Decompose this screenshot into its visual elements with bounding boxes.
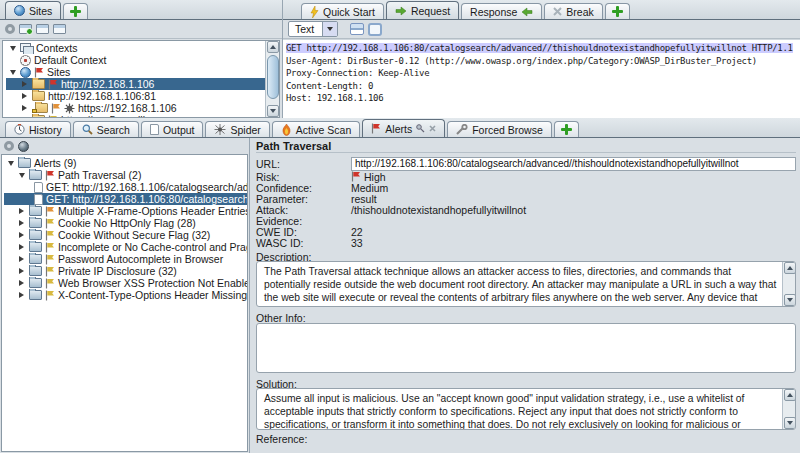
- sites-toolbar: [0, 20, 282, 39]
- alert-item-autocomplete[interactable]: Password Autocomplete in Browser: [4, 253, 247, 265]
- import-context-icon[interactable]: [36, 24, 49, 34]
- alert-instance-1[interactable]: GET: http://192.168.1.106/catalogsearch/…: [4, 181, 247, 193]
- globe-icon: [14, 5, 25, 16]
- scroll-up-button[interactable]: [267, 41, 279, 53]
- alert-item-private-ip[interactable]: Private IP Disclosure (32): [4, 265, 247, 277]
- tab-sites[interactable]: Sites: [5, 1, 61, 19]
- tab-quick-start[interactable]: Quick Start: [301, 3, 384, 19]
- alert-item-xss-protection[interactable]: Web Browser XSS Protection Not Enabled (…: [4, 277, 247, 289]
- description-scrollbar[interactable]: [782, 262, 795, 306]
- alert-instance-2-selected[interactable]: GET: http://192.168.1.106:80/catalogsear…: [4, 193, 247, 205]
- request-line-highlighted: GET http://192.168.1.106:80/catalogsearc…: [286, 43, 793, 53]
- cwe-row: CWE ID: 22: [256, 226, 796, 237]
- scope-target-icon[interactable]: [5, 24, 15, 34]
- scroll-up-button[interactable]: [784, 262, 796, 274]
- tab-alerts[interactable]: Alerts: [362, 119, 445, 137]
- tree-item-site-106[interactable]: http://192.168.1.106: [6, 78, 279, 90]
- description-box[interactable]: The Path Traversal attack technique allo…: [256, 261, 796, 307]
- alert-item-httponly[interactable]: Cookie No HttpOnly Flag (28): [4, 217, 247, 229]
- add-panel-tab-button[interactable]: [605, 3, 630, 19]
- tab-response[interactable]: Response: [461, 3, 542, 19]
- expander-icon[interactable]: [8, 70, 17, 75]
- solution-box[interactable]: Assume all input is malicious. Use an "a…: [256, 388, 796, 430]
- wasc-value: 33: [351, 237, 363, 249]
- reference-label: Reference:: [256, 433, 796, 443]
- request-line: Content-Length: 0: [286, 80, 800, 93]
- view-dropdown[interactable]: Text: [288, 21, 338, 37]
- expander-icon[interactable]: [20, 93, 29, 99]
- alerts-content: Alerts (9) Path Traversal (2) GET: http:…: [0, 138, 800, 453]
- solution-scrollbar[interactable]: [782, 389, 795, 429]
- tree-item-label: Sites: [47, 66, 70, 78]
- tab-search[interactable]: Search: [73, 121, 139, 137]
- contexts-icon: [20, 43, 33, 54]
- url-field[interactable]: [351, 157, 796, 171]
- sites-tree: Contexts Default Context Sites: [2, 40, 280, 118]
- tree-item-site-106-81[interactable]: http://192.168.1.106:81: [6, 90, 279, 102]
- split-view-icon[interactable]: [368, 23, 382, 36]
- tree-item-sites-root[interactable]: Sites: [6, 66, 279, 78]
- scroll-up-button[interactable]: [784, 389, 796, 401]
- solution-label: Solution:: [256, 378, 796, 388]
- expander-icon[interactable]: [8, 46, 17, 51]
- request-text-area[interactable]: GET http://192.168.1.106:80/catalogsearc…: [283, 39, 800, 118]
- tab-forced-browse[interactable]: Forced Browse: [447, 121, 552, 137]
- pin-icon[interactable]: [416, 124, 425, 133]
- yellow-flag-icon: [45, 266, 55, 277]
- alerts-root-item[interactable]: Alerts (9): [4, 157, 247, 169]
- add-panel-tab-button[interactable]: [554, 121, 579, 137]
- alert-detail-panel: Path Traversal URL: Risk: High Confidenc…: [250, 138, 800, 453]
- scroll-down-button[interactable]: [784, 294, 796, 306]
- bottom-section: History Search Output Spider Active Scan…: [0, 118, 800, 453]
- tab-output[interactable]: Output: [141, 121, 204, 137]
- expander-icon[interactable]: [20, 81, 29, 87]
- tab-break[interactable]: Break: [544, 3, 602, 19]
- alert-item-cache-control[interactable]: Incomplete or No Cache-control and Pragm…: [4, 241, 247, 253]
- export-context-icon[interactable]: [53, 24, 66, 34]
- tree-item-label: Password Autocomplete in Browser: [58, 253, 223, 265]
- alert-item-content-type[interactable]: X-Content-Type-Options Header Missing (2…: [4, 289, 247, 301]
- search-icon: [82, 124, 93, 135]
- scroll-down-button[interactable]: [267, 105, 279, 117]
- plus-icon: [561, 124, 572, 135]
- add-panel-tab-button[interactable]: [63, 3, 88, 19]
- new-context-icon[interactable]: [19, 24, 32, 34]
- expander-icon[interactable]: [20, 117, 29, 118]
- other-info-box[interactable]: [256, 323, 796, 373]
- expander-icon[interactable]: [20, 105, 29, 111]
- edit-alert-icon[interactable]: [18, 141, 29, 152]
- tree-item-contexts[interactable]: Contexts: [6, 42, 279, 54]
- scroll-down-button[interactable]: [784, 417, 796, 429]
- tree-item-site-mozilla[interactable]: https://aus5.mozilla.org: [6, 114, 279, 118]
- request-line: Host: 192.168.1.106: [286, 92, 800, 105]
- scrollbar-thumb[interactable]: [267, 55, 279, 99]
- scope-target-icon[interactable]: [4, 141, 14, 151]
- folder-icon: [29, 242, 42, 252]
- confidence-row: Confidence: Medium: [256, 182, 796, 193]
- dropdown-arrow-button[interactable]: [322, 22, 337, 36]
- tab-active-scan[interactable]: Active Scan: [272, 121, 360, 137]
- tab-request[interactable]: Request: [386, 1, 459, 19]
- plus-icon: [70, 6, 81, 17]
- tree-item-site-https-106[interactable]: https://192.168.1.106: [6, 102, 279, 114]
- tab-spider[interactable]: Spider: [205, 121, 269, 137]
- tab-label: Search: [97, 124, 130, 136]
- alert-item-secure-flag[interactable]: Cookie Without Secure Flag (32): [4, 229, 247, 241]
- orange-flag-icon: [45, 206, 55, 217]
- tree-item-label: Cookie Without Secure Flag (32): [58, 229, 210, 241]
- tree-item-label: http://192.168.1.106:81: [48, 90, 156, 102]
- combined-view-icon[interactable]: [350, 23, 364, 35]
- document-icon: [34, 194, 43, 205]
- view-dropdown-value: Text: [289, 22, 322, 36]
- sites-tree-scrollbar[interactable]: [265, 41, 279, 117]
- alerts-toolbar: [0, 138, 249, 154]
- sites-panel: Sites Contexts: [0, 0, 283, 118]
- alert-item-xframe[interactable]: Multiple X-Frame-Options Header Entries …: [4, 205, 247, 217]
- folder-icon: [18, 158, 31, 168]
- alert-title: Path Traversal: [256, 140, 796, 153]
- tree-item-default-context[interactable]: Default Context: [6, 54, 279, 66]
- folder-icon: [32, 79, 45, 89]
- tab-history[interactable]: History: [5, 121, 71, 137]
- close-icon[interactable]: [429, 125, 436, 132]
- alert-item-path-traversal[interactable]: Path Traversal (2): [4, 169, 247, 181]
